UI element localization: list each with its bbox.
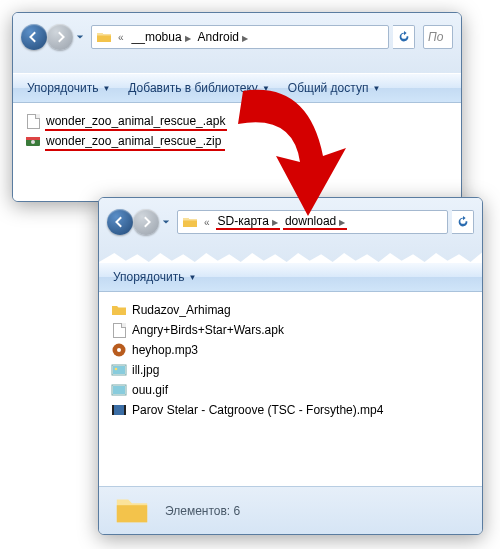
refresh-button[interactable] — [393, 25, 415, 49]
nav-area: « SD-карта▶ download▶ — [107, 206, 474, 238]
file-item[interactable]: ouu.gif — [111, 380, 470, 400]
file-icon — [111, 322, 127, 338]
status-bar: Элементов: 6 — [99, 486, 482, 534]
toolbar: Упорядочить▼ Добавить в библиотеку▼ Общи… — [13, 73, 461, 103]
file-item[interactable]: Parov Stelar - Catgroove (TSC - Forsythe… — [111, 400, 470, 420]
file-name: heyhop.mp3 — [132, 343, 198, 357]
svg-rect-12 — [124, 405, 126, 415]
add-library-button[interactable]: Добавить в библиотеку▼ — [122, 79, 275, 97]
nav-history-drop[interactable] — [159, 209, 173, 235]
file-name: wonder_zoo_animal_rescue_.zip — [46, 134, 221, 148]
explorer-window-target: « SD-карта▶ download▶ Упорядочить▼ Rudaz… — [98, 197, 483, 535]
file-item[interactable]: Rudazov_Arhimag — [111, 300, 470, 320]
svg-point-2 — [31, 140, 35, 144]
file-name: wonder_zoo_animal_rescue_.apk — [46, 114, 225, 128]
svg-point-4 — [117, 348, 121, 352]
organize-button[interactable]: Упорядочить▼ — [21, 79, 116, 97]
folder-icon — [111, 302, 127, 318]
back-button[interactable] — [21, 24, 47, 50]
file-name: ouu.gif — [132, 383, 168, 397]
file-name: Rudazov_Arhimag — [132, 303, 231, 317]
folder-icon — [96, 29, 112, 45]
back-button[interactable] — [107, 209, 133, 235]
share-button[interactable]: Общий доступ▼ — [282, 79, 387, 97]
svg-rect-6 — [113, 366, 125, 374]
file-name: ill.jpg — [132, 363, 159, 377]
file-item[interactable]: wonder_zoo_animal_rescue_.zip — [25, 131, 449, 151]
toolbar: Упорядочить▼ — [99, 262, 482, 292]
forward-button[interactable] — [47, 24, 73, 50]
address-bar[interactable]: « __mobua▶ Android▶ — [91, 25, 389, 49]
file-list: Rudazov_Arhimag Angry+Birds+Star+Wars.ap… — [99, 292, 482, 492]
zip-icon — [25, 133, 41, 149]
mp3-icon — [111, 342, 127, 358]
file-item[interactable]: wonder_zoo_animal_rescue_.apk — [25, 111, 449, 131]
address-bar[interactable]: « SD-карта▶ download▶ — [177, 210, 448, 234]
forward-button[interactable] — [133, 209, 159, 235]
folder-icon — [113, 490, 151, 531]
svg-rect-9 — [113, 386, 125, 394]
svg-rect-10 — [112, 405, 126, 415]
file-name: Parov Stelar - Catgroove (TSC - Forsythe… — [132, 403, 383, 417]
file-item[interactable]: ill.jpg — [111, 360, 470, 380]
file-icon — [25, 113, 41, 129]
file-item[interactable]: heyhop.mp3 — [111, 340, 470, 360]
path-seg-mobua[interactable]: __mobua▶ — [130, 30, 193, 44]
nav-buttons — [21, 24, 87, 50]
underline — [45, 149, 225, 151]
explorer-window-source: « __mobua▶ Android▶ По Упорядочить▼ Доба… — [12, 12, 462, 202]
folder-icon — [182, 214, 198, 230]
file-name: Angry+Birds+Star+Wars.apk — [132, 323, 284, 337]
path-seg-android[interactable]: Android▶ — [196, 30, 250, 44]
search-input[interactable]: По — [423, 25, 453, 49]
svg-rect-1 — [26, 137, 40, 140]
image-icon — [111, 362, 127, 378]
nav-buttons — [107, 209, 173, 235]
image-icon — [111, 382, 127, 398]
file-item[interactable]: Angry+Birds+Star+Wars.apk — [111, 320, 470, 340]
path-prefix[interactable]: « — [201, 217, 213, 228]
path-prefix[interactable]: « — [115, 32, 127, 43]
nav-history-drop[interactable] — [73, 24, 87, 50]
svg-point-7 — [115, 368, 118, 371]
status-text: Элементов: 6 — [165, 504, 240, 518]
svg-rect-11 — [112, 405, 114, 415]
organize-button[interactable]: Упорядочить▼ — [107, 268, 202, 286]
path-seg-download[interactable]: download▶ — [283, 214, 347, 230]
video-icon — [111, 402, 127, 418]
file-list: wonder_zoo_animal_rescue_.apk wonder_zoo… — [13, 103, 461, 202]
nav-area: « __mobua▶ Android▶ По — [21, 21, 453, 53]
refresh-button[interactable] — [452, 210, 474, 234]
path-seg-sdcard[interactable]: SD-карта▶ — [216, 214, 280, 230]
titlebar: « __mobua▶ Android▶ По — [13, 13, 461, 73]
titlebar: « SD-карта▶ download▶ — [99, 198, 482, 262]
